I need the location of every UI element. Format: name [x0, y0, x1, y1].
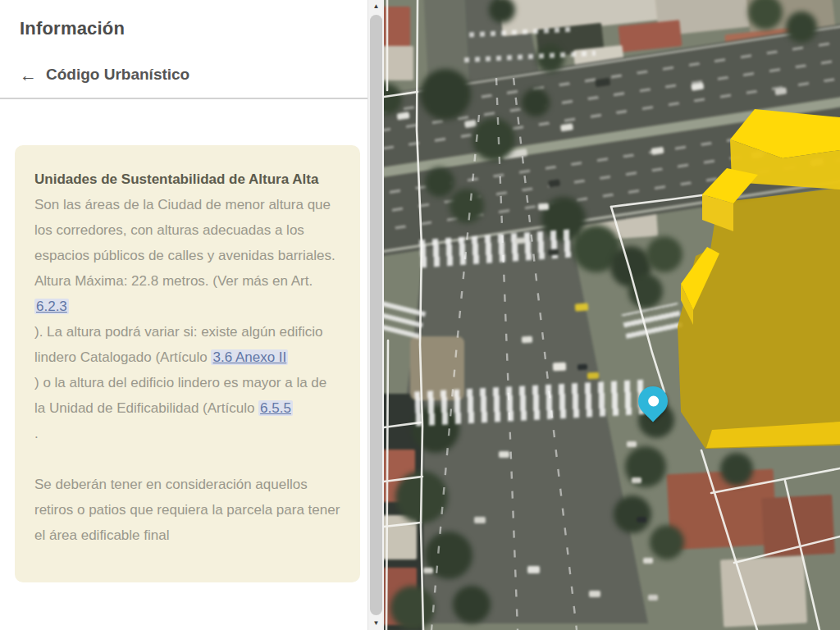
- panel-title: Información: [20, 18, 125, 39]
- panel-scrollbar[interactable]: ▲ ▼: [368, 0, 384, 630]
- card-paragraph-1: Son las áreas de la Ciudad de menor altu…: [34, 192, 340, 446]
- text-segment: .: [34, 426, 39, 441]
- map-canvas[interactable]: [384, 0, 840, 630]
- avenue-lane-dashes: [431, 78, 577, 630]
- info-card: Unidades de Sustentabilidad de Altura Al…: [15, 145, 360, 582]
- massing-main-volume: [678, 188, 840, 449]
- link-art-6-2-3[interactable]: 6.2.3: [34, 299, 69, 314]
- building-3d-massing[interactable]: [678, 109, 840, 449]
- app-root: Información ← Código Urbanístico Unidade…: [0, 0, 840, 630]
- info-panel: Información ← Código Urbanístico Unidade…: [0, 0, 368, 630]
- link-art-6-5-5[interactable]: 6.5.5: [258, 400, 293, 416]
- map-overlay: [384, 0, 840, 630]
- back-label: Código Urbanístico: [46, 66, 189, 84]
- card-paragraph-2: Se deberán tener en consideración aquell…: [34, 472, 340, 548]
- scrollbar-down-arrow[interactable]: ▼: [368, 618, 384, 629]
- text-segment: Son las áreas de la Ciudad de menor altu…: [34, 197, 336, 289]
- header-divider: [0, 98, 368, 99]
- back-arrow-icon: ←: [20, 66, 37, 84]
- pin-center-dot: [646, 394, 660, 409]
- scrollbar-up-arrow[interactable]: ▲: [368, 1, 384, 12]
- card-title: Unidades de Sustentabilidad de Altura Al…: [34, 167, 340, 192]
- scrollbar-thumb[interactable]: [370, 15, 382, 615]
- link-art-3-6-anexo-ii[interactable]: 3.6 Anexo II: [211, 349, 288, 365]
- back-button[interactable]: ← Código Urbanístico: [20, 66, 189, 84]
